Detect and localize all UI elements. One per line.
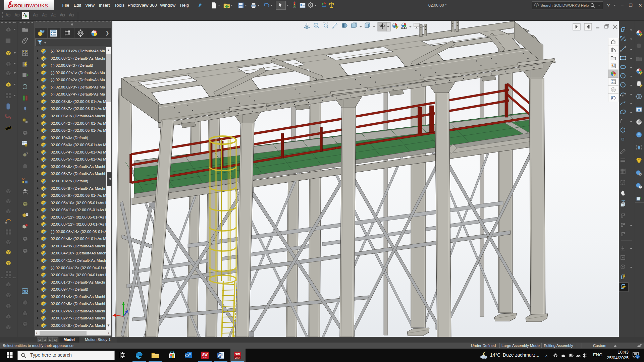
- svg-text:sw: sw: [612, 89, 614, 90]
- svg-text:2017: 2017: [203, 357, 207, 359]
- svg-text:SW: SW: [202, 353, 208, 357]
- svg-text:W: W: [218, 354, 221, 357]
- svg-text:2: 2: [637, 355, 638, 359]
- svg-text:2017: 2017: [235, 357, 240, 359]
- svg-text:SW: SW: [235, 353, 240, 356]
